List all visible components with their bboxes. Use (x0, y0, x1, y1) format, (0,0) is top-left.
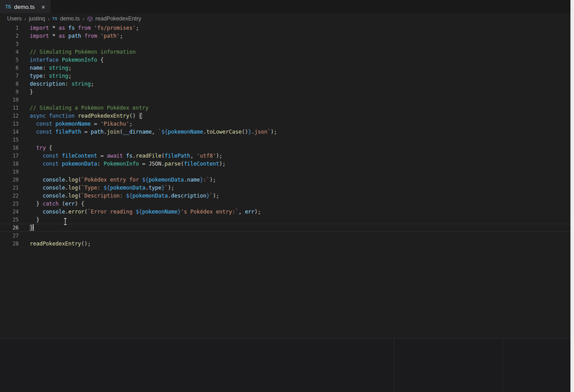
code-text: const fileContent = await fs.readFile(fi… (19, 152, 223, 160)
line-number[interactable]: 16 (0, 144, 19, 152)
line-number[interactable]: 7 (0, 72, 19, 80)
line-number[interactable]: 25 (0, 216, 19, 224)
code-text: console.log(`Description: ${pokemonData.… (19, 192, 219, 200)
code-line-13[interactable]: 13 const pokemonName = 'Pikachu'; (0, 120, 570, 128)
background-divider (394, 339, 394, 392)
code-line-19[interactable]: 19 (0, 168, 570, 176)
code-text: // Simulating Pokémon information (19, 48, 136, 56)
chevron-right-icon: › (82, 16, 84, 22)
code-text: console.log(`Type: ${pokemonData.type}`)… (19, 184, 174, 192)
code-line-28[interactable]: 28readPokedexEntry(); (0, 240, 570, 248)
code-editor[interactable]: 1import * as fs from 'fs/promises';2impo… (0, 24, 570, 248)
breadcrumb-item-symbol[interactable]: readPokedexEntry (96, 16, 141, 22)
background-window-band (0, 338, 570, 392)
code-text (19, 136, 30, 144)
code-text (19, 96, 30, 104)
line-number[interactable]: 24 (0, 208, 19, 216)
breadcrumb-item-justinq[interactable]: justinq (29, 16, 45, 22)
code-line-20[interactable]: 20 console.log(`Pokédex entry for ${poke… (0, 176, 570, 184)
code-text: try { (19, 144, 52, 152)
code-line-16[interactable]: 16 try { (0, 144, 570, 152)
code-line-15[interactable]: 15 (0, 136, 570, 144)
breadcrumb-item-users[interactable]: Users (7, 16, 22, 22)
code-line-8[interactable]: 8description: string; (0, 80, 570, 88)
code-text: async function readPokedexEntry() { (19, 112, 142, 120)
chevron-right-icon: › (24, 16, 26, 22)
code-lines: 1import * as fs from 'fs/promises';2impo… (0, 24, 570, 248)
code-text: } (19, 216, 40, 224)
text-caret (33, 224, 34, 231)
code-text: } (19, 88, 33, 96)
code-text: import * as path from 'path'; (19, 32, 123, 40)
line-number[interactable]: 23 (0, 200, 19, 208)
code-text: console.error(`Error reading ${pokemonNa… (19, 208, 261, 216)
line-number[interactable]: 28 (0, 240, 19, 248)
close-tab-icon[interactable]: × (41, 4, 45, 10)
code-line-3[interactable]: 3 (0, 40, 570, 48)
code-text: // Simulating a Pokémon Pokédex entry (19, 104, 148, 112)
code-text: console.log(`Pokédex entry for ${pokemon… (19, 176, 216, 184)
typescript-file-icon: TS (52, 16, 57, 21)
line-number[interactable]: 17 (0, 152, 19, 160)
background-divider (502, 339, 503, 392)
code-line-12[interactable]: 12async function readPokedexEntry() { (0, 112, 570, 120)
line-number[interactable]: 5 (0, 56, 19, 64)
code-line-2[interactable]: 2import * as path from 'path'; (0, 32, 570, 40)
code-line-7[interactable]: 7type: string; (0, 72, 570, 80)
line-number[interactable]: 2 (0, 32, 19, 40)
typescript-file-icon: TS (5, 4, 11, 9)
line-number[interactable]: 14 (0, 128, 19, 136)
breadcrumb-item-file[interactable]: demo.ts (60, 16, 80, 22)
line-number[interactable]: 26 (0, 224, 19, 232)
code-line-11[interactable]: 11// Simulating a Pokémon Pokédex entry (0, 104, 570, 112)
code-line-24[interactable]: 24 console.error(`Error reading ${pokemo… (0, 208, 570, 216)
line-number[interactable]: 10 (0, 96, 19, 104)
code-line-23[interactable]: 23 } catch (err) { (0, 200, 570, 208)
code-text: const pokemonData: PokemonInfo = JSON.pa… (19, 160, 226, 168)
code-text: const filePath = path.join(__dirname, `$… (19, 128, 277, 136)
line-number[interactable]: 15 (0, 136, 19, 144)
code-line-6[interactable]: 6name: string; (0, 64, 570, 72)
code-line-18[interactable]: 18 const pokemonData: PokemonInfo = JSON… (0, 160, 570, 168)
tab-bar: TS demo.ts × (0, 0, 574, 13)
code-line-27[interactable]: 27 (0, 232, 570, 240)
code-line-4[interactable]: 4// Simulating Pokémon information (0, 48, 570, 56)
line-number[interactable]: 20 (0, 176, 19, 184)
code-line-14[interactable]: 14 const filePath = path.join(__dirname,… (0, 128, 570, 136)
code-line-26[interactable]: 26} (0, 224, 570, 232)
code-line-22[interactable]: 22 console.log(`Description: ${pokemonDa… (0, 192, 570, 200)
line-number[interactable]: 18 (0, 160, 19, 168)
line-number[interactable]: 12 (0, 112, 19, 120)
line-number[interactable]: 8 (0, 80, 19, 88)
line-number[interactable]: 1 (0, 24, 19, 32)
line-number[interactable]: 22 (0, 192, 19, 200)
line-number[interactable]: 3 (0, 40, 19, 48)
tab-demo-ts[interactable]: TS demo.ts × (0, 0, 51, 13)
vscode-window: TS demo.ts × Users › justinq › TS demo.t… (0, 0, 574, 392)
code-line-10[interactable]: 10 (0, 96, 570, 104)
code-text: } catch (err) { (19, 200, 84, 208)
line-number[interactable]: 27 (0, 232, 19, 240)
code-line-9[interactable]: 9} (0, 88, 570, 96)
line-number[interactable]: 21 (0, 184, 19, 192)
code-text (19, 168, 30, 176)
code-text: readPokedexEntry(); (19, 240, 91, 248)
code-text: description: string; (19, 80, 94, 88)
code-line-5[interactable]: 5interface PokemonInfo { (0, 56, 570, 64)
line-number[interactable]: 13 (0, 120, 19, 128)
code-line-17[interactable]: 17 const fileContent = await fs.readFile… (0, 152, 570, 160)
line-number[interactable]: 19 (0, 168, 19, 176)
line-number[interactable]: 11 (0, 104, 19, 112)
background-window-edge (570, 0, 574, 392)
line-number[interactable]: 6 (0, 64, 19, 72)
chevron-right-icon: › (48, 16, 49, 22)
line-number[interactable]: 9 (0, 88, 19, 96)
breadcrumb: Users › justinq › TS demo.ts › readPoked… (0, 13, 574, 24)
code-line-25[interactable]: 25 } (0, 216, 570, 224)
code-line-1[interactable]: 1import * as fs from 'fs/promises'; (0, 24, 570, 32)
code-text: const pokemonName = 'Pikachu'; (19, 120, 132, 128)
code-line-21[interactable]: 21 console.log(`Type: ${pokemonData.type… (0, 184, 570, 192)
code-text: import * as fs from 'fs/promises'; (19, 24, 139, 32)
line-number[interactable]: 4 (0, 48, 19, 56)
code-text: type: string; (19, 72, 72, 80)
